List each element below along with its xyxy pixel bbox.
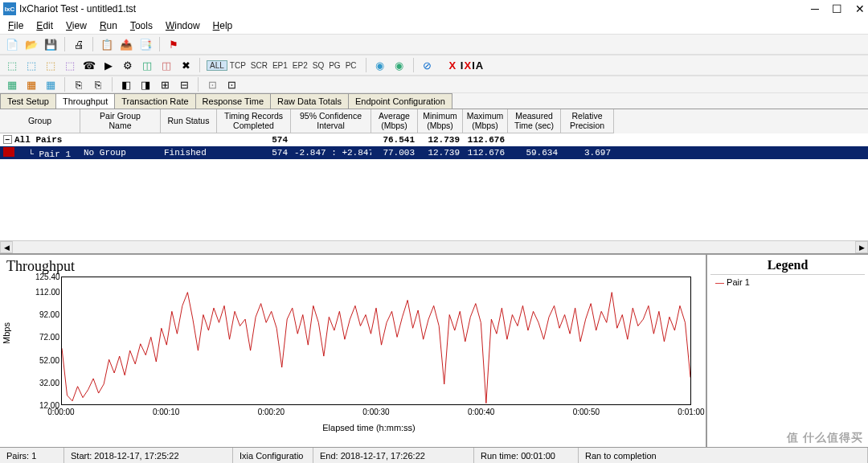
t3-4[interactable]: ⎘ (72, 77, 86, 92)
scroll-left-icon[interactable]: ◀ (0, 241, 13, 253)
filter-scr[interactable]: SCR (248, 61, 270, 70)
filter-all[interactable]: ALL (207, 60, 227, 71)
collapse-icon[interactable]: − (3, 135, 12, 144)
x-tick: 0:00:20 (258, 408, 285, 416)
col-header[interactable]: RelativePrecision (561, 109, 614, 133)
col-header[interactable]: Minimum(Mbps) (418, 109, 463, 133)
menu-help[interactable]: Help (208, 18, 238, 33)
app-icon: IxC (3, 2, 16, 15)
print-icon[interactable]: 🖨 (72, 37, 86, 51)
t3-1[interactable]: ▦ (5, 77, 19, 92)
filter-ep2[interactable]: EP2 (290, 61, 310, 70)
filter-pg[interactable]: PG (326, 61, 342, 70)
t3-9[interactable]: ⊟ (177, 77, 191, 92)
results-grid: GroupPair GroupNameRun StatusTiming Reco… (0, 109, 868, 254)
summary-row[interactable]: −All Pairs 574 76.541 12.739 112.676 (0, 133, 868, 146)
tab-throughput[interactable]: Throughput (55, 93, 115, 109)
del-icon[interactable]: ✖ (178, 58, 193, 72)
tab-raw-data-totals[interactable]: Raw Data Totals (270, 93, 349, 109)
throughput-chart: Throughput Mbps 12.0032.0052.0072.0092.0… (0, 255, 707, 449)
t3-10[interactable]: ⊡ (205, 77, 219, 92)
col-header[interactable]: Average(Mbps) (371, 109, 418, 133)
legend-title: Legend (710, 258, 865, 275)
app-icon2[interactable]: ◫ (159, 58, 174, 72)
save-icon[interactable]: 💾 (43, 37, 58, 51)
voip-icon[interactable]: ☎ (82, 58, 96, 72)
sb-start: Start: 2018-12-17, 17:25:22 (64, 448, 233, 463)
group-icon[interactable]: ⬚ (63, 58, 77, 72)
export-icon[interactable]: 📤 (119, 37, 133, 51)
legend-item[interactable]: — Pair 1 (710, 275, 865, 289)
scroll-right-icon[interactable]: ▶ (855, 241, 868, 253)
copy-icon[interactable]: 📋 (100, 37, 114, 51)
x-tick: 0:01:00 (678, 408, 704, 416)
pair3-icon[interactable]: ⬚ (43, 58, 58, 72)
watermark: 值 什么值得买 (787, 431, 863, 445)
y-tick: 52.00 (35, 355, 59, 364)
x-tick: 0:00:40 (468, 408, 494, 416)
toolbar-1: 📄 📂 💾 🖨 📋 📤 📑 ⚑ (0, 34, 868, 55)
menu-tools[interactable]: Tools (125, 18, 158, 33)
t3-11[interactable]: ⊡ (224, 77, 239, 92)
col-header[interactable]: MeasuredTime (sec) (508, 109, 561, 133)
tab-transaction-rate[interactable]: Transaction Rate (114, 93, 195, 109)
col-header[interactable]: 95% ConfidenceInterval (291, 109, 371, 133)
report-icon[interactable]: 📑 (138, 37, 153, 51)
col-header[interactable]: Maximum(Mbps) (463, 109, 508, 133)
menu-window[interactable]: Window (161, 18, 205, 33)
t3-7[interactable]: ◨ (138, 77, 153, 92)
close-button[interactable]: ✕ (855, 2, 865, 15)
pair-icon[interactable]: ⬚ (5, 58, 19, 72)
col-header[interactable]: Run Status (161, 109, 217, 133)
sb-end: End: 2018-12-17, 17:26:22 (313, 448, 474, 463)
x-tick: 0:00:00 (47, 408, 74, 416)
pair-row[interactable]: └ Pair 1 No Group Finished 574 -2.847 : … (0, 146, 868, 159)
y-tick: 72.00 (35, 333, 59, 342)
menu-edit[interactable]: Edit (31, 18, 58, 33)
t3-3[interactable]: ▦ (43, 77, 58, 92)
col-header[interactable]: Group (0, 109, 80, 133)
filter-ep1[interactable]: EP1 (270, 61, 290, 70)
filter-sq[interactable]: SQ (310, 61, 326, 70)
menu-file[interactable]: File (3, 18, 28, 33)
statusbar: Pairs: 1 Start: 2018-12-17, 17:25:22 Ixi… (0, 447, 868, 463)
tab-bar: Test SetupThroughputTransaction RateResp… (0, 93, 868, 109)
menu-view[interactable]: View (61, 18, 92, 33)
titlebar: IxC IxChariot Test - untitled1.tst ─ ☐ ✕ (0, 0, 868, 18)
x-axis-label: Elapsed time (h:mm:ss) (39, 423, 699, 432)
minimize-button[interactable]: ─ (811, 2, 819, 15)
y-tick: 32.00 (35, 378, 59, 387)
tab-endpoint-configuration[interactable]: Endpoint Configuration (348, 93, 452, 109)
mcast-icon[interactable]: ◫ (140, 58, 154, 72)
toolbar-2: ⬚ ⬚ ⬚ ⬚ ☎ ▶ ⚙ ◫ ◫ ✖ ALLTCPSCREP1EP2SQPGP… (0, 55, 868, 76)
sb-pairs: Pairs: 1 (0, 448, 64, 463)
stop-icon[interactable]: ⊘ (420, 58, 435, 72)
y-tick: 92.00 (35, 310, 59, 319)
opt2-icon[interactable]: ◉ (392, 58, 407, 72)
t3-5[interactable]: ⎘ (91, 77, 105, 92)
y-tick: 112.00 (35, 287, 59, 296)
pair2-icon[interactable]: ⬚ (24, 58, 39, 72)
ixia-logo: X IXIA (449, 59, 485, 72)
run-icon[interactable]: ⚑ (166, 37, 181, 51)
open-icon[interactable]: 📂 (24, 37, 39, 51)
maximize-button[interactable]: ☐ (832, 2, 842, 15)
new-icon[interactable]: 📄 (5, 37, 19, 51)
tab-response-time[interactable]: Response Time (195, 93, 271, 109)
tab-test-setup[interactable]: Test Setup (0, 93, 56, 109)
col-header[interactable]: Timing RecordsCompleted (217, 109, 291, 133)
t3-8[interactable]: ⊞ (158, 77, 172, 92)
t3-6[interactable]: ◧ (119, 77, 133, 92)
filter-pc[interactable]: PC (343, 61, 359, 70)
col-header[interactable]: Pair GroupName (80, 109, 161, 133)
t3-2[interactable]: ▦ (24, 77, 39, 92)
y-axis-label: Mbps (2, 322, 11, 344)
video-icon[interactable]: ▶ (101, 58, 116, 72)
grid-scrollbar[interactable]: ◀ ▶ (0, 240, 868, 253)
x-tick: 0:00:50 (573, 408, 600, 416)
toolbar-3: ▦ ▦ ▦ ⎘ ⎘ ◧ ◨ ⊞ ⊟ ⊡ ⊡ (0, 76, 868, 93)
menu-run[interactable]: Run (95, 18, 122, 33)
hw-icon[interactable]: ⚙ (121, 58, 135, 72)
opt1-icon[interactable]: ◉ (373, 58, 387, 72)
filter-tcp[interactable]: TCP (227, 61, 248, 70)
